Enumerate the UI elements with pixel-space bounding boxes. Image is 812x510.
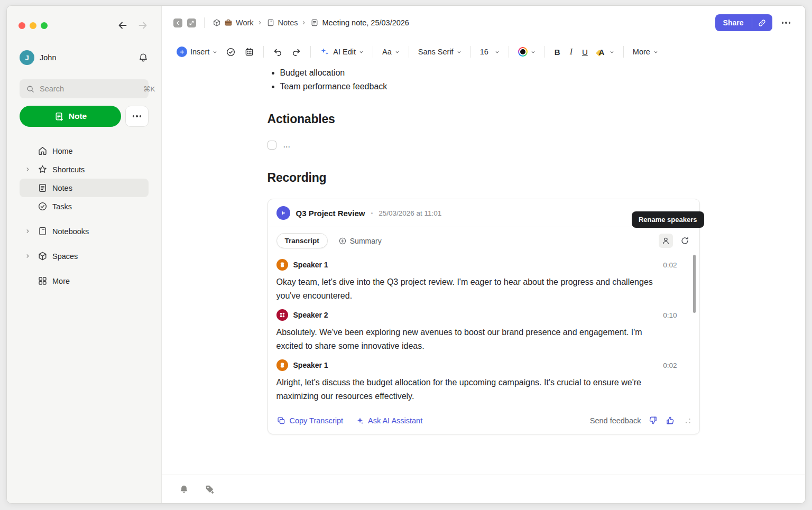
highlighter-icon: A <box>597 47 606 57</box>
send-feedback-label: Send feedback <box>590 416 641 425</box>
ai-edit-label: AI Edit <box>333 48 356 56</box>
sidebar-item-tasks[interactable]: Tasks <box>20 197 149 216</box>
speaker-identicon <box>278 361 287 369</box>
sidebar-item-more[interactable]: More <box>20 272 149 290</box>
collapse-sidebar-button[interactable] <box>173 18 182 27</box>
minimize-window-button[interactable] <box>30 22 36 29</box>
resize-handle[interactable] <box>685 418 691 424</box>
todo-text: ... <box>283 140 290 150</box>
check-circle-icon <box>38 201 48 211</box>
regenerate-button[interactable] <box>679 235 691 247</box>
sidebar-item-label: Tasks <box>52 202 72 211</box>
highlight-menu[interactable]: A <box>593 44 619 60</box>
notebook-icon <box>266 18 275 27</box>
note-bottom-bar <box>162 475 805 503</box>
bold-button[interactable]: B <box>550 45 565 59</box>
sidebar-item-label: Shortcuts <box>52 165 85 174</box>
more-icon <box>782 22 784 24</box>
sidebar-item-label: Spaces <box>52 252 78 261</box>
sidebar: J John ⌘K Note <box>7 6 162 503</box>
play-button[interactable] <box>276 206 290 220</box>
chevron-down-icon <box>395 50 400 54</box>
undo-icon <box>273 47 283 57</box>
bullet-item: Team performance feedback <box>280 80 700 94</box>
speaker-avatar <box>276 359 288 371</box>
space-cube-icon <box>213 18 221 27</box>
text-color-menu[interactable] <box>514 44 540 59</box>
zoom-window-button[interactable] <box>41 22 48 29</box>
chevron-right-icon <box>25 228 31 234</box>
bullet-item: Budget allocation <box>280 66 700 80</box>
copy-transcript-button[interactable]: Copy Transcript <box>276 416 344 425</box>
sidebar-item-home[interactable]: Home <box>20 142 149 160</box>
bullet-list: Budget allocation Team performance feedb… <box>267 66 700 93</box>
set-reminder-button[interactable] <box>179 484 189 495</box>
rename-speakers-button[interactable] <box>659 234 673 248</box>
copy-link-icon[interactable] <box>752 14 772 31</box>
breadcrumb-notebook[interactable]: Notes <box>266 18 298 27</box>
forward-arrow-icon[interactable] <box>137 20 149 31</box>
expand-note-button[interactable] <box>187 18 196 27</box>
new-note-label: Note <box>69 112 87 121</box>
back-arrow-icon[interactable] <box>117 20 128 31</box>
speaker-name: Speaker 1 <box>293 361 328 369</box>
note-editor[interactable]: Budget allocation Team performance feedb… <box>162 64 805 475</box>
entry-timestamp: 0:10 <box>663 311 677 319</box>
sidebar-item-label: Notebooks <box>52 227 89 236</box>
todo-checkbox[interactable] <box>267 141 276 150</box>
thumbs-down-button[interactable] <box>648 415 658 425</box>
avatar: J <box>20 50 34 65</box>
summary-label: Summary <box>350 237 382 245</box>
share-button[interactable]: Share <box>715 14 772 31</box>
font-size-menu[interactable]: 16 <box>476 45 504 59</box>
tab-summary[interactable]: Summary <box>338 237 382 245</box>
search-input[interactable] <box>40 85 139 93</box>
expand-icon <box>189 20 195 26</box>
chevron-right-icon <box>25 166 31 172</box>
ask-ai-assistant-button[interactable]: Ask AI Assistant <box>356 416 422 425</box>
notifications-bell-icon[interactable] <box>138 52 149 63</box>
chevron-down-icon <box>213 50 217 54</box>
new-note-button[interactable]: Note <box>20 106 121 127</box>
tab-transcript[interactable]: Transcript <box>276 233 328 248</box>
copy-icon <box>276 416 286 425</box>
chevron-down-icon <box>457 50 462 54</box>
star-icon <box>38 164 48 174</box>
ai-sparkles-icon <box>320 47 330 57</box>
note-options-button[interactable] <box>125 106 149 127</box>
chevron-down-icon <box>531 50 536 54</box>
transcript-entries: Speaker 1 0:02 Okay team, let's dive int… <box>268 251 699 403</box>
insert-calendar-button[interactable] <box>240 44 259 60</box>
sidebar-item-notes[interactable]: Notes <box>20 179 149 197</box>
thumbs-up-button[interactable] <box>665 415 675 425</box>
sidebar-item-shortcuts[interactable]: Shortcuts <box>20 160 149 179</box>
sidebar-item-spaces[interactable]: Spaces <box>20 247 149 265</box>
entry-timestamp: 0:02 <box>663 361 677 369</box>
resize-dots-icon <box>685 418 691 424</box>
tag-plus-icon <box>204 484 215 495</box>
refresh-icon <box>680 236 690 246</box>
breadcrumb-note[interactable]: Meeting note, 25/03/2026 <box>310 18 409 27</box>
close-window-button[interactable] <box>19 22 25 29</box>
sidebar-item-notebooks[interactable]: Notebooks <box>20 222 149 240</box>
user-account[interactable]: J John <box>20 50 149 65</box>
add-tag-button[interactable] <box>204 484 215 495</box>
breadcrumb-space[interactable]: Work <box>213 18 254 27</box>
toolbar-more-menu[interactable]: More <box>629 45 662 59</box>
underline-button[interactable]: U <box>577 45 593 59</box>
transcript-scrollbar[interactable] <box>693 255 696 313</box>
undo-button[interactable] <box>269 44 287 60</box>
entry-text: Alright, let's discuss the budget alloca… <box>276 376 691 403</box>
text-style-menu[interactable]: Aa <box>378 45 404 59</box>
note-more-options-button[interactable] <box>781 18 792 27</box>
search-bar[interactable]: ⌘K <box>20 79 149 98</box>
redo-button[interactable] <box>287 44 306 60</box>
font-family-menu[interactable]: Sans Serif <box>414 45 466 59</box>
search-icon <box>26 85 35 94</box>
ask-ai-label: Ask AI Assistant <box>368 416 422 425</box>
italic-button[interactable]: I <box>565 44 577 59</box>
ai-edit-menu[interactable]: AI Edit <box>316 44 368 60</box>
insert-task-button[interactable] <box>222 44 240 60</box>
insert-menu[interactable]: Insert <box>172 44 222 60</box>
speaker-avatar <box>276 259 288 271</box>
